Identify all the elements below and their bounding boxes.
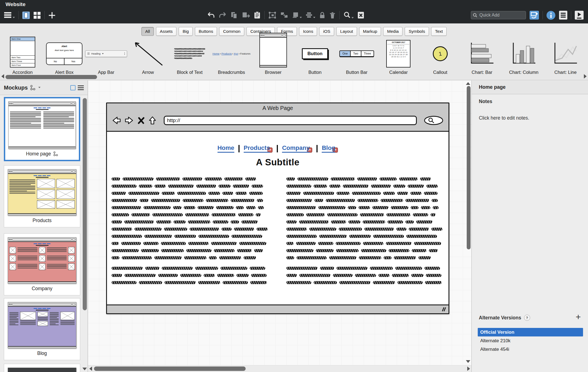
version-item-alt-210k[interactable]: Alternate 210k xyxy=(478,336,583,345)
tab-ios[interactable]: iOS xyxy=(319,27,334,36)
hierarchy-icon[interactable] xyxy=(30,85,36,90)
group-icon[interactable] xyxy=(268,11,276,19)
library-category-tabs: All Assets Big Buttons Common Containers… xyxy=(0,23,588,39)
mockup-thumb-home-page[interactable]: Home page xyxy=(4,97,80,161)
trash-icon[interactable] xyxy=(329,12,336,19)
browser-window-widget[interactable]: A Web Page http:// Home Products xyxy=(106,103,449,314)
library-item-button-bar[interactable]: OneTwoThree Button Bar xyxy=(336,40,377,75)
canvas-vscrollbar-thumb[interactable] xyxy=(467,86,471,249)
canvas-scroll-right[interactable] xyxy=(467,366,470,371)
mockup-thumb-blog[interactable]: Blog xyxy=(4,298,80,360)
hierarchy-icon[interactable] xyxy=(53,151,58,156)
tab-all[interactable]: All xyxy=(141,27,154,36)
library-scroll-left[interactable] xyxy=(1,74,4,79)
canvas-scroll-up[interactable] xyxy=(466,82,470,85)
library-item-block-of-text[interactable]: Block of Text xyxy=(169,40,210,75)
library-item-chart-line[interactable]: Chart: Line xyxy=(545,40,586,75)
nav-link-products[interactable]: Products xyxy=(244,144,270,153)
version-item-alt-454i[interactable]: Alternate 454i xyxy=(478,345,583,354)
notes-edit-prompt[interactable]: Click here to edit notes. xyxy=(479,115,529,121)
tab-symbols[interactable]: Symbols xyxy=(405,27,429,36)
toolbar-separator xyxy=(571,11,571,19)
tab-icons[interactable]: Icons xyxy=(299,27,317,36)
present-icon[interactable] xyxy=(575,11,584,20)
tab-big[interactable]: Big xyxy=(179,27,192,36)
title-toolbar: Website xyxy=(0,0,588,23)
editor-canvas[interactable]: A Web Page http:// Home Products xyxy=(88,80,471,372)
library-item-callout[interactable]: 1 Callout xyxy=(419,40,461,75)
tab-assets[interactable]: Assets xyxy=(156,27,177,36)
accordion-row: Item Two xyxy=(10,55,35,59)
home-page-thumbnail xyxy=(8,101,76,149)
sidebar-scrollbar-thumb[interactable] xyxy=(83,98,87,310)
library-item-calendar[interactable]: OCTOBER 2017 S M T W T F S 1 2 3 4 5 6 7… xyxy=(378,40,419,75)
mockup-thumb-partial[interactable] xyxy=(4,364,80,372)
copy-icon[interactable] xyxy=(230,11,238,19)
add-version-button[interactable]: + xyxy=(576,312,581,321)
nav-link-blog[interactable]: Blog xyxy=(322,144,335,153)
calendar-preview: OCTOBER 2017 S M T W T F S 1 2 3 4 5 6 7… xyxy=(386,40,410,68)
chart-column-preview xyxy=(511,40,536,68)
version-item-official[interactable]: Official Version xyxy=(478,328,583,336)
paste-icon[interactable] xyxy=(254,11,261,19)
company-thumbnail xyxy=(8,237,76,284)
library-scrollbar-thumb[interactable] xyxy=(6,75,97,79)
block-of-text-preview xyxy=(174,40,205,68)
inspector-toggle-icon[interactable] xyxy=(546,11,555,20)
align-icon[interactable] xyxy=(305,12,315,19)
library-item-breadcrumbs[interactable]: Home›Products›Xyz›Features Breadcrumbs xyxy=(211,40,252,75)
single-view-icon[interactable] xyxy=(22,12,30,19)
mockup-thumb-products[interactable]: Products xyxy=(4,165,80,227)
canvas-scroll-down[interactable] xyxy=(466,360,470,363)
sidebar-scroll-down[interactable] xyxy=(82,368,87,370)
zoom-icon[interactable] xyxy=(343,11,354,19)
ui-library-toggle-icon[interactable] xyxy=(530,11,539,20)
grid-view-icon[interactable] xyxy=(33,12,41,19)
order-icon[interactable] xyxy=(292,12,302,19)
text-block-left[interactable] xyxy=(112,177,269,288)
mockup-thumb-company[interactable]: Company xyxy=(4,233,80,295)
library-item-alert-box[interactable]: Alert Alert text goes here NoYes Alert B… xyxy=(43,40,85,75)
library-item-arrow[interactable]: Arrow xyxy=(127,40,169,75)
tab-common[interactable]: Common xyxy=(219,27,244,36)
quick-add-input[interactable] xyxy=(471,11,526,19)
tab-layout[interactable]: Layout xyxy=(336,27,357,36)
tab-markup[interactable]: Markup xyxy=(359,27,381,36)
library-item-accordion[interactable]: Item One Item Two Item Three Item Four A… xyxy=(2,40,43,75)
nav-link-home[interactable]: Home xyxy=(218,144,234,153)
thumbnail-view-icon[interactable] xyxy=(70,85,76,90)
help-icon[interactable]: ? xyxy=(524,315,530,321)
undo-icon[interactable] xyxy=(207,11,215,19)
balsamiq-app-window: Website xyxy=(0,0,588,372)
library-item-chart-bar[interactable]: Chart: Bar xyxy=(461,40,503,75)
tab-buttons[interactable]: Buttons xyxy=(195,27,217,36)
list-view-icon[interactable] xyxy=(78,85,84,90)
library-item-app-bar[interactable]: Heading App Bar xyxy=(85,40,127,75)
hide-markup-icon[interactable] xyxy=(357,11,364,19)
library-item-button[interactable]: Button Button xyxy=(294,40,336,75)
alternate-versions-header: Alternate Versions ? xyxy=(479,315,530,321)
tab-media[interactable]: Media xyxy=(383,27,402,36)
library-item-browser[interactable]: Browser xyxy=(252,40,294,75)
toolbar-separator xyxy=(264,11,265,19)
canvas-scroll-left[interactable] xyxy=(89,366,92,371)
ungroup-icon[interactable] xyxy=(280,11,288,19)
nav-links[interactable]: Home Products Company Blog xyxy=(107,144,449,153)
library-item-chart-column[interactable]: Chart: Column xyxy=(503,40,544,75)
tab-text[interactable]: Text xyxy=(431,27,447,36)
add-mockup-icon[interactable] xyxy=(48,12,56,19)
inspector-panel: Home page Notes Click here to edit notes… xyxy=(471,80,588,372)
text-block-right[interactable] xyxy=(286,177,444,288)
canvas-hscrollbar-thumb[interactable] xyxy=(94,366,246,371)
notes-panel-icon[interactable] xyxy=(559,11,567,20)
redo-icon[interactable] xyxy=(219,11,227,19)
quick-add xyxy=(471,11,526,19)
accordion-preview: Item One Item Two Item Three Item Four xyxy=(10,37,35,68)
nav-link-company[interactable]: Company xyxy=(282,144,310,153)
lock-icon[interactable] xyxy=(319,12,326,19)
duplicate-icon[interactable] xyxy=(242,11,250,19)
library-scroll-right[interactable] xyxy=(584,74,587,79)
main-menu-icon[interactable] xyxy=(4,12,15,19)
page-subtitle[interactable]: A Subtitle xyxy=(107,157,449,168)
home-arrow-icon xyxy=(148,116,157,125)
